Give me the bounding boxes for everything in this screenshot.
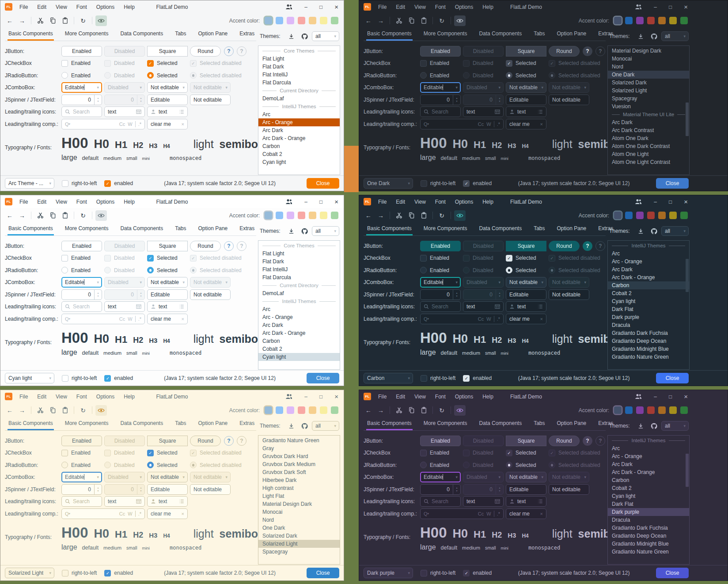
radio-selected[interactable] [147, 462, 154, 468]
help-button-secondary[interactable]: ? [237, 241, 246, 251]
theme-list-item[interactable]: Carbon [608, 476, 689, 484]
accent-swatch-0[interactable] [265, 406, 272, 414]
help-button-secondary[interactable]: ? [595, 46, 605, 56]
combobox-editable[interactable]: Editable▾ [420, 472, 461, 482]
checkbox-selected[interactable]: ✓ [147, 450, 154, 456]
square-button[interactable]: Square [506, 46, 546, 57]
theme-list-item[interactable]: High contrast [258, 484, 340, 492]
combobox-editable[interactable]: Editable▾ [420, 82, 461, 93]
theme-list-item[interactable]: Gradianto Nature Green [258, 436, 340, 444]
textfield-editable[interactable]: Editable [506, 484, 546, 495]
themes-scrollbar-thumb[interactable] [686, 102, 689, 136]
radio-enabled[interactable] [420, 462, 427, 468]
refresh-icon[interactable]: ↻ [436, 15, 447, 26]
textfield-editable[interactable]: Editable [147, 95, 188, 105]
accent-swatch-0[interactable] [614, 17, 622, 24]
accent-swatch-5[interactable] [669, 212, 677, 219]
text-input-person[interactable]: text [506, 301, 546, 312]
theme-list-item[interactable]: Dracula [608, 516, 689, 524]
theme-selector-combo[interactable]: One Dark▾ [364, 178, 413, 189]
clear-icon[interactable]: × [540, 121, 543, 127]
theme-list-item[interactable]: Cyan light [258, 353, 340, 361]
users-icon[interactable] [635, 4, 642, 10]
maximize-button[interactable]: □ [319, 394, 322, 400]
theme-list-item[interactable]: DemoLaf [258, 95, 340, 102]
spinner[interactable]: 0▴▾ [420, 289, 461, 300]
copy-icon[interactable] [406, 210, 417, 221]
show-hidden-eye-toggle[interactable] [454, 405, 466, 416]
search-with-options-input[interactable]: Q▾ Cc W .* [61, 119, 145, 129]
minimize-button[interactable]: – [654, 199, 657, 205]
clearable-input[interactable]: clear me × [147, 314, 188, 324]
regex-toggle[interactable]: .* [138, 316, 141, 322]
radio-enabled[interactable] [420, 267, 427, 273]
menu-view[interactable]: View [414, 4, 426, 10]
menu-options[interactable]: Options [96, 199, 114, 205]
themes-filter-combo[interactable]: all▾ [661, 421, 689, 431]
round-button[interactable]: Round [549, 436, 580, 446]
theme-list-item[interactable]: Nord [608, 63, 689, 71]
accent-swatch-2[interactable] [636, 17, 644, 24]
theme-list-item[interactable]: Flat Dark [258, 258, 340, 265]
menu-file[interactable]: File [19, 4, 28, 10]
enabled-button[interactable]: Enabled [420, 436, 461, 446]
menu-view[interactable]: View [56, 199, 67, 205]
accent-swatch-6[interactable] [680, 17, 688, 24]
github-icon[interactable] [300, 421, 308, 430]
list-icon[interactable] [179, 499, 184, 504]
maximize-button[interactable]: □ [319, 4, 322, 10]
text-input-calendar[interactable]: text [463, 496, 504, 507]
whole-words-toggle[interactable]: W [486, 511, 491, 516]
spinner[interactable]: 0▴▾ [61, 95, 102, 105]
theme-list-item[interactable]: Dark Flat [608, 500, 689, 508]
download-icon[interactable] [287, 32, 295, 41]
refresh-icon[interactable]: ↻ [77, 15, 89, 26]
tab-extras[interactable]: Extras [239, 28, 255, 41]
forward-button[interactable]: → [375, 210, 387, 221]
accent-swatch-6[interactable] [680, 212, 688, 219]
regex-toggle[interactable]: .* [497, 316, 500, 322]
theme-list-item[interactable]: Arc [608, 250, 689, 258]
theme-list-item[interactable]: Gradianto Nature Green [608, 353, 689, 361]
tab-extras[interactable]: Extras [597, 223, 614, 235]
text-input-calendar[interactable]: text [463, 301, 504, 312]
theme-list-item[interactable]: Flat Dark [258, 63, 340, 71]
theme-list-item[interactable]: Arc Dark [608, 265, 689, 273]
table-icon[interactable] [495, 109, 500, 114]
close-window-button[interactable]: × [334, 393, 338, 400]
accent-swatch-1[interactable] [625, 212, 633, 219]
back-button[interactable]: ← [4, 210, 15, 221]
download-icon[interactable] [637, 227, 645, 235]
checkbox-enabled[interactable] [61, 450, 68, 456]
match-case-toggle[interactable]: Cc [119, 511, 125, 516]
clear-icon[interactable]: × [540, 511, 543, 516]
menu-edit[interactable]: Edit [396, 394, 405, 400]
theme-list-item[interactable]: Arc - Orange [608, 258, 689, 265]
table-icon[interactable] [136, 499, 141, 504]
search-with-options-input[interactable]: Q▾ Cc W .* [420, 508, 504, 519]
theme-list-item[interactable]: Atom One Light Contrast [608, 158, 689, 166]
tab-data-components[interactable]: Data Components [478, 223, 523, 235]
accent-swatch-4[interactable] [309, 212, 316, 219]
github-icon[interactable] [300, 227, 308, 235]
theme-list-item[interactable]: DemoLaf [258, 289, 340, 297]
menu-help[interactable]: Help [124, 4, 135, 10]
tab-data-components[interactable]: Data Components [119, 223, 164, 235]
theme-list-item[interactable]: Atom One Dark Contrast [608, 142, 689, 150]
tab-extras[interactable]: Extras [239, 223, 255, 235]
show-hidden-eye-toggle[interactable] [454, 15, 466, 26]
menu-font[interactable]: Font [435, 394, 446, 400]
search-input[interactable]: Search [420, 301, 461, 312]
right-to-left-checkbox[interactable] [62, 180, 68, 187]
help-button[interactable]: ? [224, 46, 234, 56]
theme-list-item[interactable]: Cobalt 2 [258, 345, 340, 353]
tab-basic-components[interactable]: Basic Components [8, 28, 54, 41]
enabled-checkbox[interactable]: ✓ [463, 570, 470, 576]
accent-swatch-0[interactable] [614, 212, 622, 219]
theme-selector-combo[interactable]: Dark purple▾ [364, 568, 413, 578]
combobox-not-editable[interactable]: Not editable▾ [506, 277, 546, 288]
match-case-toggle[interactable]: Cc [478, 121, 484, 127]
theme-list-item[interactable]: Arc Dark Contrast [608, 126, 689, 134]
tab-extras[interactable]: Extras [597, 417, 614, 430]
accent-swatch-2[interactable] [636, 212, 644, 219]
